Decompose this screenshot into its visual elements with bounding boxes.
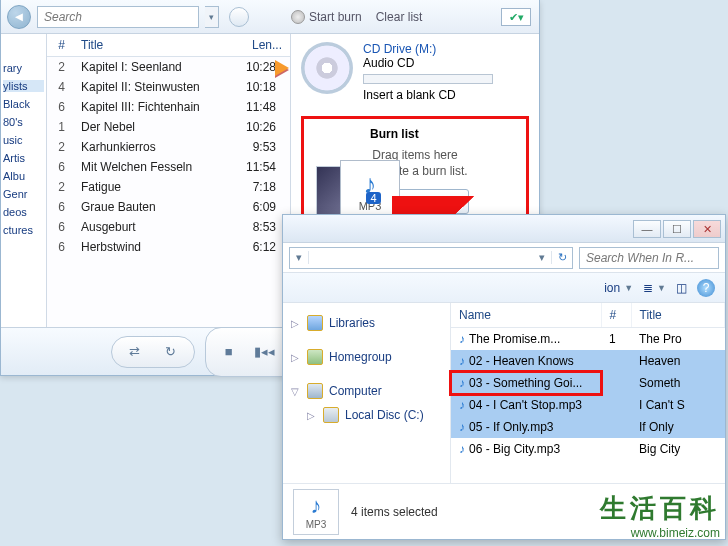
explorer-nav-pane: ▷Libraries ▷Homegroup ▽Computer ▷Local D…: [283, 303, 451, 483]
preview-pane-button[interactable]: ◫: [676, 281, 687, 295]
nav-computer[interactable]: ▽Computer: [289, 379, 444, 403]
cd-hint: Insert a blank CD: [363, 88, 493, 102]
cd-icon: [301, 42, 353, 94]
sidebar-item[interactable]: ylists: [3, 80, 44, 92]
track-row[interactable]: 2Fatigue7:18: [47, 177, 290, 197]
drop-hint: Drag items here to create a burn list.: [362, 147, 467, 179]
explorer-search-input[interactable]: Search When In R...: [579, 247, 719, 269]
clear-list-button[interactable]: Clear list: [376, 10, 423, 24]
col-number[interactable]: #: [47, 34, 73, 57]
file-row[interactable]: ♪04 - I Can't Stop.mp3I Can't S: [451, 394, 725, 416]
maximize-button[interactable]: ☐: [663, 220, 691, 238]
file-row[interactable]: ♪The Promise.m...1The Pro: [451, 328, 725, 351]
burn-toolbar: Start burn Clear list ✔▾: [279, 0, 539, 34]
track-row[interactable]: 4Kapitel II: Steinwusten10:18: [47, 77, 290, 97]
track-row[interactable]: 6Mit Welchen Fesseln11:54: [47, 157, 290, 177]
start-burn-button[interactable]: Start burn: [291, 10, 362, 24]
burn-list-dropzone[interactable]: Burn list Drag items here to create a bu…: [301, 116, 529, 227]
status-caption: MP3: [306, 519, 327, 530]
explorer-file-list: Name # Title ♪The Promise.m...1The Pro♪0…: [451, 303, 725, 483]
cd-progress: [363, 74, 493, 84]
track-row[interactable]: 1Der Nebel10:26: [47, 117, 290, 137]
sidebar-item[interactable]: rary: [3, 62, 44, 74]
sidebar-item[interactable]: Black: [3, 98, 44, 110]
insert-arrow-icon: [275, 60, 289, 76]
track-row[interactable]: 6Graue Bauten6:09: [47, 197, 290, 217]
sidebar-item[interactable]: 80's: [3, 116, 44, 128]
file-row[interactable]: ♪02 - Heaven KnowsHeaven: [451, 350, 725, 372]
watermark: 生活百科 www.bimeiz.com: [600, 491, 720, 540]
col-num[interactable]: #: [601, 303, 631, 328]
track-row[interactable]: 6Herbstwind6:12: [47, 237, 290, 257]
sidebar-item[interactable]: deos: [3, 206, 44, 218]
music-note-icon: ♪: [311, 493, 322, 519]
track-row[interactable]: 2Karhunkierros9:53: [47, 137, 290, 157]
disc-icon: [291, 10, 305, 24]
track-row[interactable]: 6Kapitel III: Fichtenhain11:48: [47, 97, 290, 117]
prev-button[interactable]: ▮◂◂: [252, 339, 278, 365]
stop-button[interactable]: ■: [216, 339, 242, 365]
homegroup-icon: [307, 349, 323, 365]
nav-homegroup[interactable]: ▷Homegroup: [289, 345, 444, 369]
col-length[interactable]: Len...: [230, 34, 290, 57]
plus-icon: ＋: [372, 193, 384, 210]
explorer-titlebar[interactable]: — ☐ ✕: [283, 215, 725, 243]
file-row[interactable]: ♪06 - Big City.mp3Big City: [451, 438, 725, 460]
refresh-button[interactable]: ↻: [552, 251, 572, 264]
sidebar-item[interactable]: Artis: [3, 152, 44, 164]
nav-libraries[interactable]: ▷Libraries: [289, 311, 444, 335]
explorer-help-button[interactable]: ?: [697, 279, 715, 297]
wmp-sidebar: rary ylists Black 80's usic Artis Albu G…: [1, 34, 47, 327]
col-name[interactable]: Name: [451, 303, 601, 328]
close-button[interactable]: ✕: [693, 220, 721, 238]
nav-local-disc[interactable]: ▷Local Disc (C:): [289, 403, 444, 427]
track-list: # Title Len... 2Kapitel I: Seenland10:28…: [47, 34, 291, 327]
col-title[interactable]: Title: [73, 34, 230, 57]
wmp-help-button[interactable]: [229, 7, 249, 27]
status-thumbnail: ♪ MP3: [293, 489, 339, 535]
sidebar-item[interactable]: usic: [3, 134, 44, 146]
minimize-button[interactable]: —: [633, 220, 661, 238]
explorer-command-bar: ion▼ ≣▼ ◫ ?: [283, 273, 725, 303]
search-dropdown[interactable]: ▾: [205, 6, 219, 28]
cmdbar-item[interactable]: ion▼: [604, 281, 633, 295]
repeat-button[interactable]: ↻: [158, 339, 184, 365]
file-row[interactable]: ♪03 - Something Goi...Someth: [451, 372, 725, 394]
sidebar-item[interactable]: Albu: [3, 170, 44, 182]
cd-drive-label: CD Drive (M:): [363, 42, 493, 56]
burn-list-title: Burn list: [370, 127, 419, 141]
shuffle-button[interactable]: ⇄: [122, 339, 148, 365]
cd-type-label: Audio CD: [363, 56, 493, 70]
options-dropdown[interactable]: ✔▾: [501, 8, 531, 26]
add-to-burn-button[interactable]: ＋Add to Burn l: [361, 189, 469, 214]
drive-icon: [323, 407, 339, 423]
view-button[interactable]: ≣▼: [643, 281, 666, 295]
track-row[interactable]: 2Kapitel I: Seenland10:28: [47, 57, 290, 78]
sidebar-item[interactable]: ctures: [3, 224, 44, 236]
computer-icon: [307, 383, 323, 399]
track-row[interactable]: 6Ausgeburt8:53: [47, 217, 290, 237]
explorer-address-bar: ▾▾↻ Search When In R...: [283, 243, 725, 273]
libraries-icon: [307, 315, 323, 331]
col-title[interactable]: Title: [631, 303, 725, 328]
status-text: 4 items selected: [351, 505, 438, 519]
back-button[interactable]: ◄: [7, 5, 31, 29]
file-row[interactable]: ♪05 - If Only.mp3If Only: [451, 416, 725, 438]
address-field[interactable]: ▾▾↻: [289, 247, 573, 269]
wmp-search-input[interactable]: Search: [37, 6, 199, 28]
sidebar-item[interactable]: Genr: [3, 188, 44, 200]
